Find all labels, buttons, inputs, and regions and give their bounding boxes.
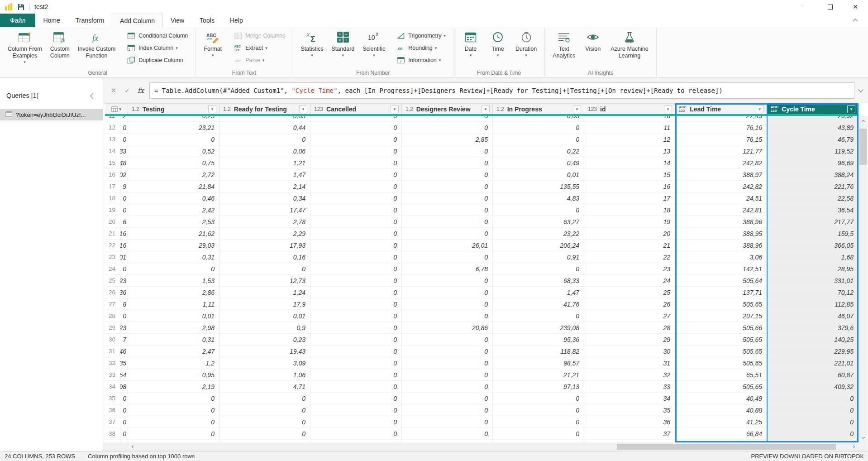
clipped-cell[interactable]: 6: [120, 216, 128, 227]
cell[interactable]: 0: [310, 322, 402, 333]
tab-transform[interactable]: Transform: [68, 14, 112, 27]
cell[interactable]: 0: [310, 228, 402, 239]
cell[interactable]: 1,47: [219, 169, 310, 180]
ribbon-button-trigonometry[interactable]: Trigonometry▾: [393, 29, 449, 42]
cell[interactable]: 505,65: [675, 346, 767, 357]
cell[interactable]: 0: [767, 416, 858, 427]
cell[interactable]: 0: [402, 275, 493, 286]
cell[interactable]: 221,76: [767, 181, 858, 192]
cell[interactable]: 388,97: [675, 169, 767, 180]
column-header-lead-time[interactable]: ABC123Lead Time▾: [675, 104, 767, 114]
cell[interactable]: 0,25: [128, 116, 219, 121]
clipped-cell[interactable]: 16: [120, 240, 128, 251]
cell[interactable]: 0: [402, 416, 493, 427]
cell[interactable]: 96,69: [767, 157, 858, 168]
cell[interactable]: 1,53: [128, 275, 219, 286]
cell[interactable]: 239,08: [493, 322, 584, 333]
cell[interactable]: 0: [402, 157, 493, 168]
scroll-down-icon[interactable]: [858, 434, 868, 442]
column-header-testing[interactable]: 1.2Testing▾: [128, 104, 219, 114]
cell[interactable]: 388,96: [675, 240, 767, 251]
cell[interactable]: 19,43: [219, 346, 310, 357]
clipped-cell[interactable]: 8: [120, 298, 128, 310]
cell[interactable]: 0: [128, 416, 219, 427]
cell[interactable]: 30: [584, 346, 675, 357]
ribbon-button-format[interactable]: ABCFormat▾: [199, 29, 226, 58]
cell[interactable]: 4,71: [219, 381, 310, 392]
row-number[interactable]: 26: [105, 287, 120, 298]
row-number[interactable]: 21: [105, 228, 120, 239]
cell[interactable]: 2,72: [128, 169, 219, 180]
clipped-cell[interactable]: 98: [120, 381, 128, 392]
clipped-cell[interactable]: 0: [120, 134, 128, 145]
cell[interactable]: 46,79: [767, 134, 858, 145]
cell[interactable]: 0: [219, 134, 310, 145]
ribbon-button-text-analytics[interactable]: Text Analytics: [548, 29, 579, 59]
ribbon-button-parse[interactable]: abcParse▾: [230, 54, 289, 66]
cell[interactable]: 0: [310, 275, 402, 286]
cell[interactable]: 1,11: [128, 298, 219, 310]
status-profiling[interactable]: Column profiling based on top 1000 rows: [88, 453, 195, 460]
clipped-cell[interactable]: 33: [120, 145, 128, 157]
cell[interactable]: 19: [584, 216, 675, 227]
cell[interactable]: 0: [493, 310, 584, 322]
cell[interactable]: 0,23: [219, 334, 310, 345]
cell[interactable]: 242,82: [675, 181, 767, 192]
ribbon-button-duplicate-column[interactable]: Duplicate Column: [123, 54, 191, 66]
cell[interactable]: 21,84: [128, 181, 219, 192]
cell[interactable]: 0: [310, 334, 402, 345]
save-icon[interactable]: [17, 3, 25, 11]
cell[interactable]: 409,32: [767, 381, 858, 392]
filter-arrow-icon[interactable]: ▾: [847, 105, 855, 113]
vertical-scroll-thumb[interactable]: [859, 129, 867, 165]
collapse-queries-button[interactable]: [91, 92, 95, 99]
cell[interactable]: 2,78: [219, 216, 310, 227]
cell[interactable]: 0: [310, 357, 402, 369]
cell[interactable]: 0: [402, 393, 493, 404]
tab-file[interactable]: Файл: [0, 14, 35, 27]
tab-view[interactable]: View: [163, 14, 192, 27]
cell[interactable]: 121,77: [675, 145, 767, 157]
cell[interactable]: 21: [584, 240, 675, 251]
cell[interactable]: 0,16: [219, 251, 310, 263]
cell[interactable]: 0,52: [128, 145, 219, 157]
cell[interactable]: 0: [493, 416, 584, 427]
cancel-formula-icon[interactable]: ✕: [107, 86, 120, 95]
cell[interactable]: 28,95: [767, 263, 858, 274]
cell[interactable]: 0,49: [493, 157, 584, 168]
clipped-cell[interactable]: 9: [120, 181, 128, 192]
cell[interactable]: 24,51: [675, 192, 767, 204]
cell[interactable]: 0: [402, 181, 493, 192]
ribbon-button-merge-columns[interactable]: Merge Columns: [230, 29, 289, 42]
row-number[interactable]: 12: [105, 122, 120, 133]
scroll-right-icon[interactable]: [849, 442, 858, 451]
cell[interactable]: 17: [584, 192, 675, 204]
cell[interactable]: 0: [402, 381, 493, 392]
horizontal-scrollbar[interactable]: [103, 442, 858, 451]
cell[interactable]: 0: [219, 263, 310, 274]
clipped-cell[interactable]: 0: [120, 192, 128, 204]
cell[interactable]: 18: [584, 204, 675, 216]
cell[interactable]: 0: [402, 169, 493, 180]
cell[interactable]: 36,54: [767, 204, 858, 216]
cell[interactable]: 0: [310, 393, 402, 404]
row-number[interactable]: 16: [105, 169, 120, 180]
cell[interactable]: 6,78: [402, 263, 493, 274]
cell[interactable]: 0: [310, 204, 402, 216]
cell[interactable]: 505,66: [675, 322, 767, 333]
row-number[interactable]: 25: [105, 275, 120, 286]
cell[interactable]: 98,57: [493, 357, 584, 369]
filter-arrow-icon[interactable]: ▾: [664, 105, 672, 113]
cell[interactable]: 135,55: [493, 181, 584, 192]
cell[interactable]: 35: [584, 404, 675, 416]
cell[interactable]: 3,06: [675, 251, 767, 263]
cell[interactable]: 0: [310, 145, 402, 157]
tab-add-column[interactable]: Add Column: [112, 14, 163, 27]
clipped-cell[interactable]: 0: [120, 204, 128, 216]
cell[interactable]: 207,15: [675, 310, 767, 322]
cell[interactable]: 0: [310, 369, 402, 380]
cell[interactable]: 0: [493, 263, 584, 274]
cell[interactable]: 0: [310, 181, 402, 192]
cell[interactable]: 13: [584, 145, 675, 157]
column-header-id[interactable]: 123id▾: [584, 104, 675, 114]
